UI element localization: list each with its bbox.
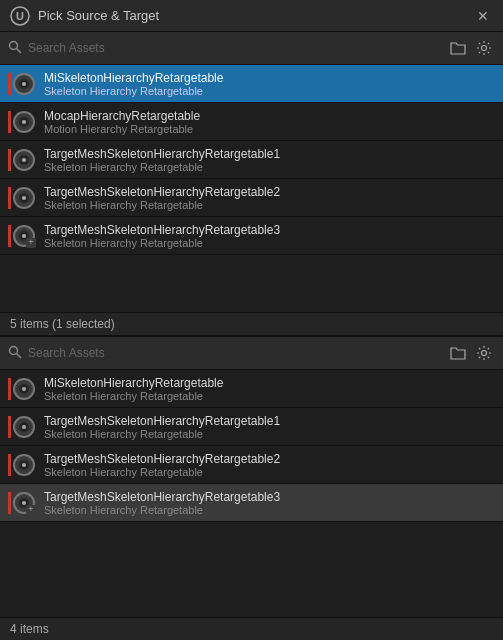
list-item[interactable]: MocapHierarchyRetargetable Motion Hierar… bbox=[0, 103, 503, 141]
item-subname: Skeleton Hierarchy Retargetable bbox=[44, 390, 223, 402]
list-item[interactable]: TargetMeshSkeletonHierarchyRetargetable2… bbox=[0, 446, 503, 484]
main-panel: MiSkeletonHierarchyRetargetable Skeleton… bbox=[0, 32, 503, 640]
item-subname: Skeleton Hierarchy Retargetable bbox=[44, 504, 280, 516]
bottom-folder-button[interactable] bbox=[447, 342, 469, 364]
item-text: TargetMeshSkeletonHierarchyRetargetable1… bbox=[44, 147, 280, 173]
bottom-settings-button[interactable] bbox=[473, 342, 495, 364]
item-subname: Motion Hierarchy Retargetable bbox=[44, 123, 200, 135]
list-item[interactable]: MiSkeletonHierarchyRetargetable Skeleton… bbox=[0, 370, 503, 408]
bottom-search-actions bbox=[447, 342, 495, 364]
pick-source-target-window: U Pick Source & Target ✕ bbox=[0, 0, 503, 640]
item-subname: Skeleton Hierarchy Retargetable bbox=[44, 199, 280, 211]
top-panel: MiSkeletonHierarchyRetargetable Skeleton… bbox=[0, 32, 503, 337]
item-name: TargetMeshSkeletonHierarchyRetargetable3 bbox=[44, 223, 280, 237]
top-search-input[interactable] bbox=[28, 41, 441, 55]
item-name: MiSkeletonHierarchyRetargetable bbox=[44, 71, 223, 85]
item-text: MocapHierarchyRetargetable Motion Hierar… bbox=[44, 109, 200, 135]
bottom-search-input[interactable] bbox=[28, 346, 441, 360]
item-name: TargetMeshSkeletonHierarchyRetargetable2 bbox=[44, 452, 280, 466]
item-text: TargetMeshSkeletonHierarchyRetargetable1… bbox=[44, 414, 280, 440]
top-search-actions bbox=[447, 37, 495, 59]
svg-line-6 bbox=[17, 353, 22, 358]
list-item[interactable]: TargetMeshSkeletonHierarchyRetargetable2… bbox=[0, 179, 503, 217]
top-list: MiSkeletonHierarchyRetargetable Skeleton… bbox=[0, 65, 503, 312]
top-search-bar bbox=[0, 32, 503, 65]
item-text: TargetMeshSkeletonHierarchyRetargetable3… bbox=[44, 223, 280, 249]
top-search-icon bbox=[8, 40, 22, 57]
close-button[interactable]: ✕ bbox=[473, 6, 493, 26]
item-name: TargetMeshSkeletonHierarchyRetargetable1 bbox=[44, 147, 280, 161]
item-text: TargetMeshSkeletonHierarchyRetargetable3… bbox=[44, 490, 280, 516]
list-item[interactable]: + TargetMeshSkeletonHierarchyRetargetabl… bbox=[0, 484, 503, 522]
bottom-search-icon bbox=[8, 345, 22, 362]
item-text: MiSkeletonHierarchyRetargetable Skeleton… bbox=[44, 376, 223, 402]
bottom-status-bar: 4 items bbox=[0, 617, 503, 640]
svg-point-2 bbox=[10, 41, 18, 49]
title-bar-left: U Pick Source & Target bbox=[10, 6, 159, 26]
item-subname: Skeleton Hierarchy Retargetable bbox=[44, 85, 223, 97]
top-settings-button[interactable] bbox=[473, 37, 495, 59]
item-subname: Skeleton Hierarchy Retargetable bbox=[44, 237, 280, 249]
svg-point-5 bbox=[10, 346, 18, 354]
item-name: TargetMeshSkeletonHierarchyRetargetable1 bbox=[44, 414, 280, 428]
bottom-panel: MiSkeletonHierarchyRetargetable Skeleton… bbox=[0, 337, 503, 640]
item-text: TargetMeshSkeletonHierarchyRetargetable2… bbox=[44, 185, 280, 211]
bottom-list: MiSkeletonHierarchyRetargetable Skeleton… bbox=[0, 370, 503, 617]
list-item[interactable]: MiSkeletonHierarchyRetargetable Skeleton… bbox=[0, 65, 503, 103]
list-item[interactable]: TargetMeshSkeletonHierarchyRetargetable1… bbox=[0, 141, 503, 179]
item-name: TargetMeshSkeletonHierarchyRetargetable3 bbox=[44, 490, 280, 504]
item-subname: Skeleton Hierarchy Retargetable bbox=[44, 466, 280, 478]
item-name: MiSkeletonHierarchyRetargetable bbox=[44, 376, 223, 390]
item-text: MiSkeletonHierarchyRetargetable Skeleton… bbox=[44, 71, 223, 97]
svg-line-3 bbox=[17, 48, 22, 53]
list-item[interactable]: + TargetMeshSkeletonHierarchyRetargetabl… bbox=[0, 217, 503, 255]
item-name: TargetMeshSkeletonHierarchyRetargetable2 bbox=[44, 185, 280, 199]
top-status-bar: 5 items (1 selected) bbox=[0, 312, 503, 335]
item-subname: Skeleton Hierarchy Retargetable bbox=[44, 161, 280, 173]
item-subname: Skeleton Hierarchy Retargetable bbox=[44, 428, 280, 440]
item-name: MocapHierarchyRetargetable bbox=[44, 109, 200, 123]
item-text: TargetMeshSkeletonHierarchyRetargetable2… bbox=[44, 452, 280, 478]
list-item[interactable]: TargetMeshSkeletonHierarchyRetargetable1… bbox=[0, 408, 503, 446]
svg-text:U: U bbox=[16, 10, 24, 22]
bottom-search-bar bbox=[0, 337, 503, 370]
window-title: Pick Source & Target bbox=[38, 8, 159, 23]
title-bar: U Pick Source & Target ✕ bbox=[0, 0, 503, 32]
top-folder-button[interactable] bbox=[447, 37, 469, 59]
svg-point-7 bbox=[482, 351, 487, 356]
svg-point-4 bbox=[482, 46, 487, 51]
ue-logo: U bbox=[10, 6, 30, 26]
